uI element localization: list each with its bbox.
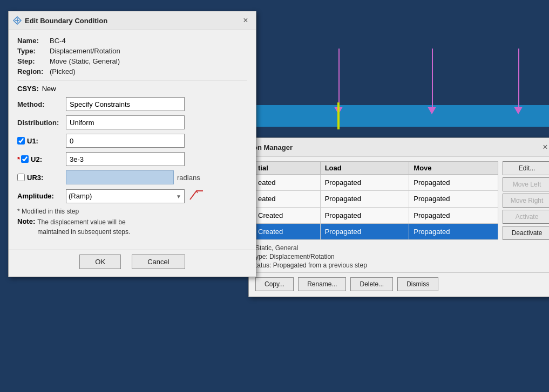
bc-modified-note: * Modified in this step <box>17 208 247 215</box>
mgr-info: Static, General ype: Displacement/Rotati… <box>249 240 549 272</box>
ramp-icon <box>189 189 204 203</box>
bc-note-label: Note: <box>17 217 35 237</box>
bc-dialog-title: Edit Boundary Condition <box>25 17 240 25</box>
marker-arrow-3 <box>514 107 523 114</box>
bc-step-label: Step: <box>17 57 50 65</box>
bc-step-row: Step: Move (Static, General) <box>17 57 247 65</box>
mgr-dialog: on Manager × tial Load Move eatedPropaga… <box>248 137 549 297</box>
separator-1 <box>17 80 247 80</box>
bc-distribution-input[interactable] <box>66 115 185 129</box>
bc-amplitude-wrap: (Ramp) (Instantaneous) Amp-1 <box>66 189 185 203</box>
bc-ok-button[interactable]: OK <box>79 255 121 269</box>
mgr-move-right-button[interactable]: Move Right <box>503 194 549 208</box>
bc-u1-checkbox[interactable] <box>17 137 25 145</box>
table-row[interactable]: CreatedPropagatedPropagated <box>254 223 498 239</box>
bc-name-value: BC-4 <box>50 37 66 45</box>
mgr-copy-button[interactable]: Copy... <box>255 277 294 291</box>
mgr-info-type: ype: Displacement/Rotation <box>255 253 549 260</box>
bc-dialog-icon <box>13 16 22 25</box>
bc-amplitude-label: Amplitude: <box>17 192 66 200</box>
bc-u1-input[interactable] <box>66 134 185 148</box>
bc-note-text: The displacement value will bemaintained… <box>37 217 130 237</box>
mgr-cell-load-0: Propagated <box>320 175 409 191</box>
yellow-line-1 <box>337 102 340 129</box>
bc-ur3-label: UR3: <box>27 174 43 182</box>
mgr-col-load: Load <box>320 162 409 175</box>
bc-amplitude-row: Amplitude: (Ramp) (Instantaneous) Amp-1 <box>17 189 247 203</box>
bc-ur3-indent: UR3: <box>17 174 66 182</box>
mgr-type-value: Displacement/Rotation <box>269 253 335 260</box>
bc-csys-value: New <box>42 85 56 93</box>
mgr-deactivate-button[interactable]: Deactivate <box>503 226 549 240</box>
bc-type-value: Displacement/Rotation <box>50 47 120 55</box>
mgr-cell-move-2: Propagated <box>409 207 498 223</box>
bc-dialog: Edit Boundary Condition × Name: BC-4 Typ… <box>8 11 256 277</box>
mgr-table: tial Load Move eatedPropagatedPropagated… <box>253 161 498 240</box>
mgr-activate-button[interactable]: Activate <box>503 210 549 224</box>
mgr-col-move: Move <box>409 162 498 175</box>
bc-u2-checkbox[interactable] <box>21 155 29 163</box>
mgr-titlebar: on Manager × <box>249 138 549 157</box>
mgr-rename-button[interactable]: Rename... <box>298 277 346 291</box>
mgr-buttons: Edit... Move Left Move Right Activate De… <box>503 161 549 240</box>
mgr-type-label: ype: <box>255 253 268 260</box>
bc-dialog-titlebar: Edit Boundary Condition × <box>9 11 256 30</box>
bc-ur3-row: UR3: radians <box>17 170 247 184</box>
mgr-info-step-value: Static, General <box>255 244 298 252</box>
bc-region-value: (Picked) <box>50 67 76 75</box>
bc-region-label: Region: <box>17 67 50 75</box>
mgr-footer: Copy... Rename... Delete... Dismiss <box>249 272 549 297</box>
table-row[interactable]: eatedPropagatedPropagated <box>254 191 498 207</box>
mgr-col-initial: tial <box>254 162 321 175</box>
mgr-cell-move-3: Propagated <box>409 223 498 239</box>
mgr-status-label: tatus: <box>255 262 271 269</box>
mgr-table-wrap: tial Load Move eatedPropagatedPropagated… <box>249 157 549 240</box>
bc-dialog-footer: OK Cancel <box>9 250 256 277</box>
bc-distribution-row: Distribution: <box>17 115 247 129</box>
bc-region-row: Region: (Picked) <box>17 67 247 75</box>
mgr-cell-initial-1: eated <box>254 191 321 207</box>
bc-step-value: Move (Static, General) <box>50 57 120 65</box>
mgr-info-step: Static, General <box>255 244 549 252</box>
bc-u2-indent: * U2: <box>17 155 66 163</box>
bc-dialog-close[interactable]: × <box>240 15 252 26</box>
table-row[interactable]: CreatedPropagatedPropagated <box>254 207 498 223</box>
bc-method-row: Method: <box>17 97 247 111</box>
bc-name-label: Name: <box>17 37 50 45</box>
bc-csys-label: CSYS: <box>17 85 39 93</box>
mgr-cell-initial-2: Created <box>254 207 321 223</box>
bc-type-label: Type: <box>17 47 50 55</box>
bc-amplitude-select[interactable]: (Ramp) (Instantaneous) Amp-1 <box>66 189 185 203</box>
bc-u2-asterisk: * <box>17 155 20 163</box>
mgr-cell-move-0: Propagated <box>409 175 498 191</box>
mgr-move-left-button[interactable]: Move Left <box>503 177 549 191</box>
bc-distribution-label: Distribution: <box>17 119 66 127</box>
bc-csys-row: CSYS: New <box>17 85 247 93</box>
mgr-cell-initial-0: eated <box>254 175 321 191</box>
bc-u1-row: U1: <box>17 134 247 148</box>
mgr-status-value: Propagated from a previous step <box>273 262 367 269</box>
cad-bar <box>248 105 549 127</box>
bc-method-input[interactable] <box>66 97 185 111</box>
table-row[interactable]: eatedPropagatedPropagated <box>254 175 498 191</box>
marker-line-1 <box>338 49 340 108</box>
bc-cancel-button[interactable]: Cancel <box>132 255 185 269</box>
mgr-dismiss-button[interactable]: Dismiss <box>397 277 438 291</box>
bc-u2-label: U2: <box>31 155 47 163</box>
bc-method-label: Method: <box>17 100 66 108</box>
mgr-close[interactable]: × <box>539 141 549 153</box>
mgr-cell-load-3: Propagated <box>320 223 409 239</box>
bc-ur3-checkbox[interactable] <box>17 174 25 181</box>
bc-type-row: Type: Displacement/Rotation <box>17 47 247 55</box>
bc-u1-label: U1: <box>27 137 43 145</box>
mgr-info-status: tatus: Propagated from a previous step <box>255 262 549 269</box>
marker-line-2 <box>432 49 433 108</box>
marker-arrow-2 <box>428 107 436 114</box>
bc-u2-input[interactable] <box>66 152 185 166</box>
mgr-edit-button[interactable]: Edit... <box>503 161 549 175</box>
mgr-delete-button[interactable]: Delete... <box>350 277 393 291</box>
bc-ur3-input[interactable] <box>66 170 174 184</box>
mgr-cell-load-1: Propagated <box>320 191 409 207</box>
marker-line-3 <box>518 49 519 108</box>
mgr-cell-move-1: Propagated <box>409 191 498 207</box>
